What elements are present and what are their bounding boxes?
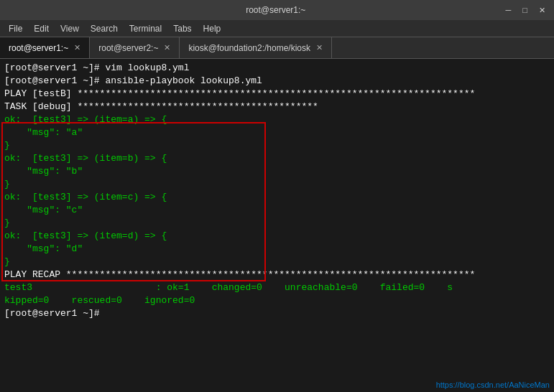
terminal-line-5: TASK [debug] ***************************…	[4, 101, 550, 113]
tab-label-2: kiosk@foundation2:/home/kiosk	[188, 43, 310, 53]
terminal-line-6: ok: [test3] => (item=a) => {	[4, 113, 550, 126]
terminal-line-11: }	[4, 178, 550, 191]
terminal-line-23: [root@server1 ~]#	[4, 307, 550, 320]
tab-1[interactable]: root@server2:~✕	[90, 37, 180, 58]
terminal-line-20: test3 : ok=1 changed=0 unreachable=0 fai…	[4, 281, 550, 294]
terminal-line-3: PLAY [testB] ***************************…	[4, 88, 550, 101]
maximize-button[interactable]: □	[520, 6, 530, 15]
menu-item-terminal[interactable]: Terminal	[124, 22, 167, 35]
terminal-line-17: }	[4, 256, 550, 269]
tab-close-2[interactable]: ✕	[316, 43, 323, 52]
terminal-line-19: PLAY RECAP *****************************…	[4, 269, 550, 281]
tab-close-0[interactable]: ✕	[74, 43, 80, 52]
menu-item-search[interactable]: Search	[85, 22, 124, 35]
watermark-text: https://blog.csdn.net/AaNiceMan	[436, 381, 550, 389]
terminal-line-14: }	[4, 217, 550, 230]
terminal-line-7: "msg": "a"	[4, 126, 550, 139]
tab-close-1[interactable]: ✕	[164, 43, 170, 52]
terminal-line-10: "msg": "b"	[4, 165, 550, 178]
terminal-line-16: "msg": "d"	[4, 243, 550, 256]
terminal-line-0: [root@server1 ~]# vim lookup8.yml	[4, 62, 550, 75]
menu-item-edit[interactable]: Edit	[28, 22, 55, 35]
menu-item-view[interactable]: View	[55, 22, 85, 35]
menu-bar: FileEditViewSearchTerminalTabsHelp	[0, 20, 554, 37]
terminal-line-12: ok: [test3] => (item=c) => {	[4, 191, 550, 204]
tab-2[interactable]: kiosk@foundation2:/home/kiosk✕	[180, 37, 332, 58]
tab-0[interactable]: root@server1:~✕	[0, 37, 90, 58]
minimize-button[interactable]: ─	[503, 6, 514, 15]
terminal-line-13: "msg": "c"	[4, 204, 550, 217]
terminal-line-8: }	[4, 139, 550, 152]
title-bar: root@server1:~ ─ □ ✕	[0, 0, 554, 20]
status-bar: https://blog.csdn.net/AaNiceMan	[0, 378, 554, 392]
menu-item-help[interactable]: Help	[198, 22, 227, 35]
menu-item-tabs[interactable]: Tabs	[167, 22, 197, 35]
terminal-line-15: ok: [test3] => (item=d) => {	[4, 230, 550, 243]
terminal-line-1: [root@server1 ~]# ansible-playbook looku…	[4, 75, 550, 88]
tab-label-1: root@server2:~	[98, 43, 158, 53]
tab-label-0: root@server1:~	[9, 43, 68, 53]
terminal-line-21: kipped=0 rescued=0 ignored=0	[4, 294, 550, 307]
title-bar-controls[interactable]: ─ □ ✕	[503, 6, 548, 15]
tab-bar: root@server1:~✕root@server2:~✕kiosk@foun…	[0, 37, 554, 59]
menu-item-file[interactable]: File	[3, 22, 28, 35]
terminal-line-9: ok: [test3] => (item=b) => {	[4, 152, 550, 165]
close-button[interactable]: ✕	[536, 6, 548, 15]
title-bar-text: root@server1:~	[49, 5, 503, 15]
terminal: [root@server1 ~]# vim lookup8.yml[root@s…	[0, 59, 554, 378]
